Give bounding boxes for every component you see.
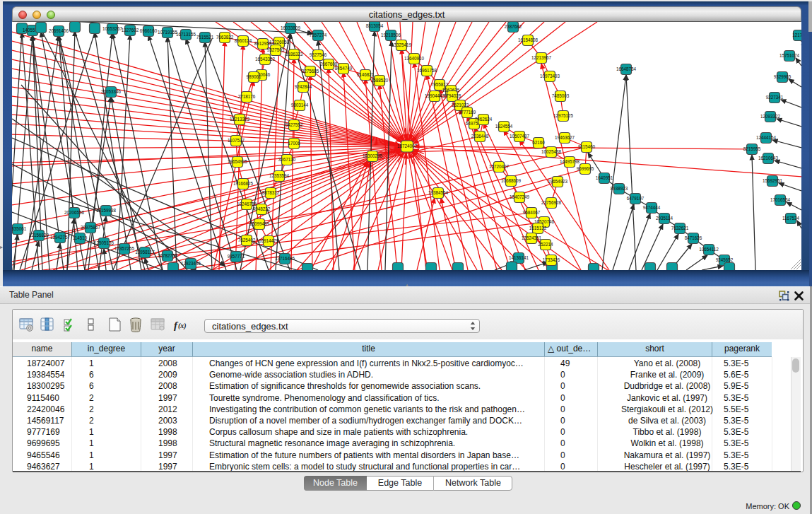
svg-text:9803144: 9803144: [291, 103, 309, 107]
svg-text:7485003: 7485003: [552, 93, 570, 98]
svg-text:9242844: 9242844: [295, 84, 312, 89]
svg-text:1588520: 1588520: [371, 78, 389, 83]
svg-text:9146821: 9146821: [357, 72, 375, 77]
svg-text:10507487: 10507487: [510, 134, 530, 139]
svg-text:7632621: 7632621: [671, 226, 689, 230]
svg-text:13226058: 13226058: [269, 40, 290, 45]
svg-text:19218506: 19218506: [381, 33, 401, 37]
svg-text:16210643: 16210643: [758, 156, 779, 160]
svg-text:16154808: 16154808: [518, 37, 539, 42]
svg-text:8186323: 8186323: [286, 52, 303, 57]
svg-text:9794028: 9794028: [444, 93, 461, 98]
svg-text:9684067: 9684067: [523, 210, 541, 215]
svg-text:17357255: 17357255: [114, 246, 135, 251]
svg-text:19384554: 19384554: [428, 190, 449, 195]
svg-text:14495798: 14495798: [560, 159, 580, 164]
svg-text:252214: 252214: [538, 242, 553, 247]
svg-text:17006: 17006: [288, 141, 300, 146]
svg-text:20053346: 20053346: [101, 89, 122, 94]
svg-text:1615132: 1615132: [529, 226, 547, 230]
svg-text:8878312: 8878312: [262, 190, 280, 195]
svg-text:13524351: 13524351: [522, 235, 542, 240]
svg-text:1327602: 1327602: [122, 28, 139, 33]
svg-text:10973493: 10973493: [540, 74, 560, 78]
svg-text:16782759: 16782759: [158, 253, 178, 258]
svg-text:9327546: 9327546: [310, 52, 327, 57]
svg-text:6966160: 6966160: [140, 28, 158, 33]
svg-text:12353594: 12353594: [269, 173, 290, 178]
svg-text:13325419: 13325419: [392, 42, 412, 47]
svg-text:17159938: 17159938: [96, 208, 117, 213]
svg-text:2935114: 2935114: [656, 216, 673, 221]
svg-text:7625402: 7625402: [238, 238, 256, 243]
svg-text:13716485: 13716485: [275, 256, 295, 261]
svg-text:1167534: 1167534: [782, 216, 800, 221]
svg-text:12213967: 12213967: [531, 55, 552, 60]
svg-text:9327503: 9327503: [267, 47, 285, 52]
svg-text:19904443: 19904443: [425, 93, 445, 98]
svg-text:3267130: 3267130: [278, 157, 296, 162]
svg-text:16914479: 16914479: [259, 238, 279, 243]
svg-text:2387682: 2387682: [505, 24, 522, 29]
svg-text:15692951: 15692951: [763, 178, 783, 183]
svg-text:8471626: 8471626: [685, 235, 702, 240]
svg-text:2036448: 2036448: [471, 134, 489, 139]
svg-text:10246785: 10246785: [237, 201, 257, 206]
svg-text:12213303: 12213303: [230, 117, 250, 122]
svg-text:22756928: 22756928: [541, 200, 562, 205]
svg-text:10688609: 10688609: [501, 178, 522, 183]
svg-text:1733426: 1733426: [543, 257, 560, 262]
svg-text:12444154: 12444154: [756, 135, 777, 140]
svg-text:13640910: 13640910: [404, 56, 425, 61]
svg-text:6479197: 6479197: [627, 196, 645, 201]
svg-text:16648784: 16648784: [616, 66, 637, 71]
svg-text:19654935: 19654935: [228, 159, 248, 164]
svg-text:9857771: 9857771: [228, 254, 245, 259]
svg-text:9329965: 9329965: [774, 74, 792, 79]
svg-text:9474444: 9474444: [643, 205, 661, 210]
svg-text:9115460: 9115460: [578, 144, 596, 149]
svg-text:16033809: 16033809: [281, 25, 301, 30]
svg-text:14136141: 14136141: [509, 255, 529, 260]
svg-text:1824554: 1824554: [495, 124, 513, 129]
svg-text:12942757: 12942757: [50, 235, 71, 240]
svg-text:19654923: 19654923: [548, 179, 568, 184]
svg-text:12505135: 12505135: [94, 240, 114, 245]
svg-text:10654112: 10654112: [699, 247, 719, 252]
svg-text:15720407: 15720407: [489, 164, 510, 169]
svg-text:30975867: 30975867: [81, 225, 101, 230]
svg-text:20206556: 20206556: [64, 210, 85, 215]
svg-text:7357274: 7357274: [310, 33, 327, 37]
svg-text:8938923: 8938923: [611, 186, 628, 191]
svg-text:15751074: 15751074: [779, 53, 800, 58]
svg-text:(x): (x): [178, 322, 187, 330]
svg-text:16099489: 16099489: [249, 221, 270, 226]
svg-text:16961758: 16961758: [417, 68, 437, 73]
svg-text:9245652: 9245652: [716, 257, 734, 262]
svg-text:12172: 12172: [792, 33, 801, 37]
svg-text:3275685: 3275685: [302, 69, 319, 74]
svg-text:18300295: 18300295: [363, 153, 383, 158]
svg-text:18407249: 18407249: [510, 194, 530, 199]
svg-text:989061: 989061: [246, 74, 261, 79]
svg-text:9227341: 9227341: [766, 95, 784, 100]
svg-text:10653267: 10653267: [102, 26, 123, 31]
svg-text:16713155: 16713155: [176, 32, 196, 37]
svg-text:8454749: 8454749: [335, 66, 353, 71]
svg-text:8215955: 8215955: [743, 146, 761, 151]
svg-text:7515521: 7515521: [196, 35, 214, 40]
svg-text:18724007: 18724007: [397, 144, 418, 148]
svg-text:16543362: 16543362: [255, 57, 276, 62]
svg-text:1621022: 1621022: [452, 103, 469, 107]
svg-text:12923446: 12923446: [181, 261, 201, 266]
svg-text:2718176: 2718176: [238, 94, 256, 99]
svg-text:9777169: 9777169: [459, 110, 476, 115]
svg-text:10719155: 10719155: [158, 30, 178, 35]
svg-text:114519: 114519: [73, 235, 88, 240]
svg-text:7462624: 7462624: [475, 117, 493, 122]
svg-text:7663822: 7663822: [216, 35, 234, 40]
svg-text:10958117: 10958117: [135, 250, 155, 255]
svg-text:1835061: 1835061: [12, 226, 27, 231]
svg-text:12975125: 12975125: [553, 113, 574, 118]
svg-text:62160: 62160: [532, 140, 545, 145]
